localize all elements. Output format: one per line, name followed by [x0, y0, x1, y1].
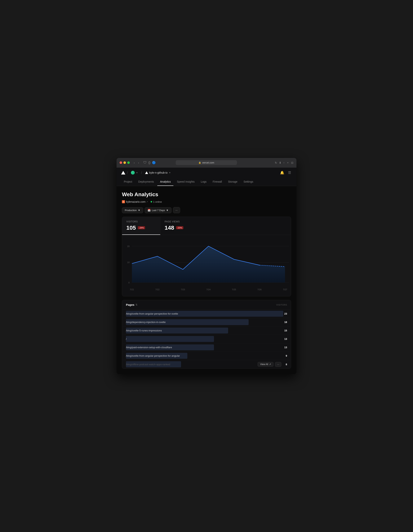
main-content: Web Analytics K kylenazario.com ↗ 1 onli… [117, 186, 296, 374]
svg-text:7/26: 7/26 [257, 288, 262, 291]
pages-header: Pages ⇅ VISITORS [122, 300, 291, 310]
address-bar[interactable]: 🔒 vercel.com [176, 160, 237, 165]
page-title: Web Analytics [122, 191, 291, 198]
date-chevron-icon: ▼ [166, 209, 169, 212]
online-indicator: 1 online [151, 200, 162, 203]
page-row[interactable]: /blog/dependency-injection-in-svelte 18 [122, 318, 291, 326]
svg-text:0: 0 [128, 282, 129, 284]
project-logo [145, 171, 148, 174]
page-path-muted: /blog/offline-podcast-watch-apps-ranked [126, 363, 258, 366]
site-url: kylenazario.com ↗ [126, 200, 148, 203]
tab-project[interactable]: Project [121, 178, 135, 186]
browser-chrome: ‹ › 🛡 {} 🔵 🔒 vercel.com ↻ ⬇ ↑ ＋ ⊡ [117, 158, 296, 168]
browser-actions: ↻ ⬇ ↑ ＋ ⊡ [275, 161, 293, 164]
tab-analytics[interactable]: Analytics [157, 178, 173, 186]
visitors-metric[interactable]: Visitors 105 -24% [122, 217, 160, 235]
nav-tabs: Project Deployments Analytics Speed Insi… [121, 178, 292, 186]
page-row[interactable]: /blog/svelte-from-angular-perspective-fo… [122, 310, 291, 318]
shield-icon: 🛡 [143, 161, 147, 165]
tab-deployments[interactable]: Deployments [136, 178, 157, 186]
tab-storage[interactable]: Storage [226, 178, 240, 186]
download-icon[interactable]: ⬇ [279, 161, 281, 164]
visitors-value-row: 105 -24% [126, 225, 156, 231]
page-path: /blog/svelte-from-angular-perspective-fo… [126, 354, 281, 357]
close-button[interactable] [120, 162, 122, 164]
analytics-chart: 20 10 0 [122, 238, 291, 295]
notifications-icon[interactable]: 🔔 [279, 170, 285, 176]
svg-text:7/22: 7/22 [155, 288, 160, 291]
page-row[interactable]: /blog/svelte-from-angular-perspective-fo… [122, 352, 291, 360]
refresh-icon[interactable]: ↻ [275, 161, 277, 164]
view-all-button[interactable]: View All ↗ [258, 362, 274, 367]
tab-speed-insights[interactable]: Speed Insights [174, 178, 197, 186]
vercel-logo [121, 171, 125, 175]
pageviews-label: Page Views [165, 220, 195, 223]
page-row[interactable]: /blog/svelte-5-runes-impressions 15 [122, 326, 291, 335]
share-icon[interactable]: ↑ [283, 161, 285, 164]
environment-chevron-icon: ▼ [138, 209, 140, 212]
view-all-label: View All [260, 363, 268, 366]
visitors-label: Visitors [126, 220, 156, 223]
more-filters-button[interactable]: ··· [173, 207, 180, 213]
svg-text:7/24: 7/24 [206, 288, 211, 291]
page-row[interactable]: /blog/paid-extension-setup-with-cloudfla… [122, 343, 291, 352]
project-chevron-icon: ▼ [169, 171, 171, 174]
external-link-icon[interactable]: ↗ [146, 201, 148, 203]
pages-title-text: Pages [126, 303, 134, 306]
svg-text:10: 10 [127, 261, 129, 264]
page-count: 9 [281, 354, 287, 357]
date-range-label: Last 7 Days [152, 209, 165, 212]
page-count: 18 [281, 321, 287, 323]
minimize-button[interactable] [123, 162, 126, 164]
forward-button[interactable]: › [137, 161, 140, 165]
visitors-col-label: VISITORS [276, 304, 287, 306]
tab-logs[interactable]: Logs [198, 178, 209, 186]
calendar-icon: 📅 [148, 209, 151, 212]
lock-icon: 🔒 [198, 162, 201, 164]
pageviews-change-badge: -23% [176, 226, 183, 229]
browser-controls: ‹ › [133, 161, 140, 165]
page-path: /blog/dependency-injection-in-svelte [126, 321, 281, 323]
menu-icon[interactable]: ☰ [287, 170, 292, 176]
view-all-icon: ↗ [269, 363, 271, 366]
app-header: / ▼ / kyle-n-github-io ▼ 🔔 ☰ [117, 168, 296, 186]
environment-filter[interactable]: Production ▼ [122, 207, 143, 213]
tab-firewall[interactable]: Firewall [210, 178, 225, 186]
tab-settings[interactable]: Settings [241, 178, 256, 186]
online-count: 1 online [153, 200, 162, 203]
svg-text:7/27: 7/27 [283, 288, 287, 291]
site-info: K kylenazario.com ↗ 1 online [122, 200, 291, 203]
analytics-card: Visitors 105 -24% Page Views 148 -23% [122, 217, 291, 296]
url-text: vercel.com [202, 161, 214, 164]
site-url-text: kylenazario.com [126, 200, 146, 203]
project-selector[interactable]: kyle-n-github-io ▼ [144, 170, 172, 175]
code-icon: {} [148, 161, 150, 164]
page-row-last[interactable]: /blog/offline-podcast-watch-apps-ranked … [122, 360, 291, 369]
new-tab-icon[interactable]: ＋ [286, 161, 289, 164]
breadcrumb-sep-2: / [141, 171, 142, 175]
site-favicon: K [122, 200, 125, 203]
page-count: 13 [281, 338, 287, 340]
app-container: / ▼ / kyle-n-github-io ▼ 🔔 ☰ [117, 168, 296, 374]
browser-window: ‹ › 🛡 {} 🔵 🔒 vercel.com ↻ ⬇ ↑ ＋ ⊡ [117, 158, 296, 374]
breadcrumb-sep-1: / [127, 171, 128, 175]
extension-icon: 🔵 [152, 161, 156, 164]
maximize-button[interactable] [127, 162, 130, 164]
more-options-button[interactable]: ··· [275, 362, 281, 367]
online-dot [151, 201, 152, 202]
filter-bar: Production ▼ 📅 Last 7 Days ▼ ··· [122, 207, 291, 213]
pageviews-metric[interactable]: Page Views 148 -23% [160, 217, 199, 235]
page-path: / [126, 338, 281, 340]
pageviews-value: 148 [165, 225, 174, 231]
pages-title: Pages ⇅ [126, 303, 138, 306]
sidebar-icon[interactable]: ⊡ [291, 161, 293, 164]
team-selector[interactable]: ▼ [129, 170, 139, 175]
page-row[interactable]: / 13 [122, 335, 291, 343]
date-range-filter[interactable]: 📅 Last 7 Days ▼ [145, 207, 171, 213]
svg-text:7/23: 7/23 [181, 288, 185, 291]
sort-icon[interactable]: ⇅ [136, 304, 138, 306]
traffic-lights [120, 162, 130, 164]
page-count: 15 [281, 329, 287, 332]
page-count: 8 [281, 363, 287, 366]
back-button[interactable]: ‹ [133, 161, 136, 165]
